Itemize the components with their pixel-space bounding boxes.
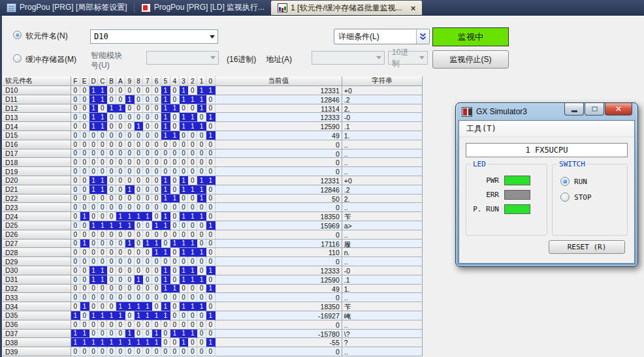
bit-cell[interactable]: 0: [197, 347, 206, 356]
value-cell[interactable]: 17116: [216, 240, 342, 249]
bit-cell[interactable]: 0: [80, 176, 89, 185]
bit-cell[interactable]: 0: [116, 293, 125, 302]
string-cell[interactable]: ..: [342, 167, 423, 176]
bit-cell[interactable]: 0: [98, 347, 107, 356]
bit-cell[interactable]: 0: [116, 347, 125, 356]
dropdown-arrow-icon[interactable]: [207, 30, 217, 43]
string-cell[interactable]: n.: [342, 248, 423, 257]
value-cell[interactable]: 0: [216, 167, 342, 176]
bit-cell[interactable]: 0: [152, 131, 161, 140]
bit-cell[interactable]: 0: [89, 257, 99, 266]
string-cell[interactable]: ..: [342, 203, 423, 212]
bit-cell[interactable]: 0: [180, 311, 189, 320]
bit-cell[interactable]: 0: [197, 330, 206, 339]
bit-cell[interactable]: 0: [170, 293, 180, 302]
bit-cell[interactable]: 0: [170, 338, 180, 347]
bit-cell[interactable]: 0: [116, 176, 125, 185]
tab-progpou-ld-monitor[interactable]: ProgPou [PRG] [LD] 监视执行...: [135, 0, 271, 15]
bit-cell[interactable]: 0: [188, 347, 197, 356]
bit-cell[interactable]: 1: [89, 122, 99, 131]
bit-cell[interactable]: 0: [125, 311, 135, 320]
bit-cell[interactable]: 0: [125, 104, 135, 114]
bit-cell[interactable]: 1: [161, 194, 170, 204]
bit-cell[interactable]: 0: [107, 257, 116, 266]
bit-cell[interactable]: 0: [107, 285, 116, 294]
bit-cell[interactable]: 1: [89, 275, 99, 285]
bit-cell[interactable]: 1: [161, 104, 170, 114]
bit-cell[interactable]: 0: [71, 230, 80, 240]
bit-cell[interactable]: 0: [80, 131, 89, 140]
device-cell[interactable]: D15: [3, 131, 71, 140]
bit-cell[interactable]: 1: [170, 104, 180, 114]
bit-cell[interactable]: 1: [116, 311, 125, 320]
bit-cell[interactable]: 0: [116, 257, 125, 266]
bit-cell[interactable]: 0: [188, 203, 197, 212]
bit-cell[interactable]: 0: [135, 347, 144, 356]
bit-cell[interactable]: 0: [206, 240, 216, 249]
bit-cell[interactable]: 0: [107, 149, 116, 159]
bit-cell[interactable]: 0: [107, 266, 116, 275]
bit-cell[interactable]: 0: [170, 158, 180, 167]
bit-cell[interactable]: 0: [170, 347, 180, 356]
bit-cell[interactable]: 0: [143, 320, 152, 330]
bit-cell[interactable]: 1: [143, 212, 152, 221]
bit-cell[interactable]: 0: [107, 131, 116, 140]
bit-cell[interactable]: 0: [135, 221, 144, 230]
bit-cell[interactable]: 0: [89, 293, 99, 302]
bit-cell[interactable]: 1: [188, 248, 197, 257]
bit-cell[interactable]: 0: [89, 140, 99, 149]
bit-cell[interactable]: 0: [206, 158, 216, 167]
bit-cell[interactable]: 1: [98, 338, 107, 347]
bit-cell[interactable]: 0: [180, 104, 189, 114]
bit-cell[interactable]: 0: [152, 158, 161, 167]
bit-cell[interactable]: 0: [116, 240, 125, 249]
bit-cell[interactable]: 1: [197, 275, 206, 285]
bit-cell[interactable]: 1: [143, 240, 152, 249]
device-cell[interactable]: D32: [3, 285, 71, 294]
bit-cell[interactable]: 0: [89, 320, 99, 330]
device-cell[interactable]: D12: [3, 104, 71, 114]
bit-cell[interactable]: 1: [180, 176, 189, 185]
value-cell[interactable]: -16927: [216, 311, 342, 320]
bit-cell[interactable]: 0: [125, 230, 135, 240]
bit-cell[interactable]: 0: [170, 248, 180, 257]
bit-cell[interactable]: 0: [188, 167, 197, 176]
bit-cell[interactable]: 1: [161, 266, 170, 275]
bit-cell[interactable]: 1: [206, 266, 216, 275]
bit-cell[interactable]: 0: [98, 302, 107, 311]
bit-cell[interactable]: 0: [125, 320, 135, 330]
string-cell[interactable]: ..: [342, 230, 423, 240]
bit-cell[interactable]: 0: [135, 320, 144, 330]
bit-cell[interactable]: 0: [116, 248, 125, 257]
bit-cell[interactable]: 0: [188, 176, 197, 185]
bit-cell[interactable]: 0: [188, 131, 197, 140]
bit-cell[interactable]: 0: [116, 266, 125, 275]
bit-cell[interactable]: 0: [188, 140, 197, 149]
bit-cell[interactable]: 0: [188, 158, 197, 167]
bit-cell[interactable]: 1: [135, 212, 144, 221]
string-cell[interactable]: ..: [342, 257, 423, 266]
bit-cell[interactable]: 0: [98, 285, 107, 294]
bit-cell[interactable]: 0: [206, 122, 216, 131]
bit-cell[interactable]: 0: [197, 131, 206, 140]
bit-cell[interactable]: 1: [98, 266, 107, 275]
bit-cell[interactable]: 0: [71, 293, 80, 302]
bit-cell[interactable]: 0: [206, 248, 216, 257]
value-cell[interactable]: 12590: [216, 275, 342, 285]
bit-cell[interactable]: 0: [71, 131, 80, 140]
value-cell[interactable]: 12331: [216, 86, 342, 95]
device-cell[interactable]: D23: [3, 203, 71, 212]
bit-cell[interactable]: 0: [71, 95, 80, 104]
bit-cell[interactable]: 0: [71, 212, 80, 221]
bit-cell[interactable]: 0: [188, 104, 197, 114]
bit-cell[interactable]: 0: [143, 285, 152, 294]
bit-cell[interactable]: 0: [116, 86, 125, 95]
buffer-memory-radio[interactable]: [13, 54, 22, 63]
bit-cell[interactable]: 0: [80, 194, 89, 204]
bit-cell[interactable]: 0: [143, 230, 152, 240]
bit-cell[interactable]: 0: [152, 104, 161, 114]
bit-cell[interactable]: 1: [180, 212, 189, 221]
bit-cell[interactable]: 0: [206, 140, 216, 149]
bit-cell[interactable]: 0: [125, 347, 135, 356]
bit-cell[interactable]: 0: [71, 158, 80, 167]
